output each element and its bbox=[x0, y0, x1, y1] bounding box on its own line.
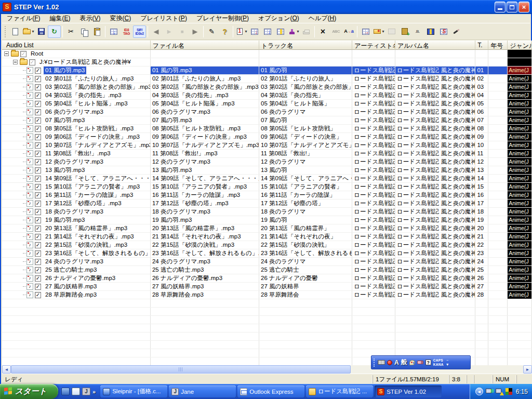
track-row[interactable]: ♪✓04 第03話「炎の指先」.mp304 第03話「炎の指先」.mp304 第… bbox=[2, 91, 532, 100]
track-row[interactable]: ♪✓05 第04話「ヒルト陥落」.mp305 第04話「ヒルト陥落」.mp305… bbox=[2, 100, 532, 108]
copy-down-button[interactable]: ↓ bbox=[248, 25, 261, 38]
track-checkbox[interactable]: ✓ bbox=[35, 84, 41, 90]
task-button[interactable]: Outlook Express bbox=[237, 385, 304, 397]
track-checkbox[interactable]: ✓ bbox=[35, 109, 41, 115]
sort-button[interactable]: S bbox=[437, 25, 450, 38]
track-checkbox[interactable]: ✓ bbox=[35, 225, 41, 232]
root-checkbox[interactable]: ✓ bbox=[20, 51, 26, 57]
track-row[interactable]: ♪✓11 第08話「救出!」.mp311 第08話「救出!」.mp311 第08… bbox=[2, 150, 532, 158]
empty-row[interactable] bbox=[2, 316, 532, 324]
track-row[interactable]: ♪✓08 第05話「ヒルト攻防戦」.mp308 第05話「ヒルト攻防戦」.mp3… bbox=[2, 125, 532, 133]
track-row[interactable]: ♪✓21 第14話「それぞれの夜」.mp321 第14話「それぞれの夜」.mp3… bbox=[2, 233, 532, 241]
track-checkbox[interactable]: ✓ bbox=[35, 68, 41, 74]
track-row[interactable]: ♪✓03 第02話「風の部族と炎の部族」.mp303 第02話「風の部族と炎の部… bbox=[2, 83, 532, 91]
menu-item-f[interactable]: ファイル(F) bbox=[2, 14, 45, 23]
track-checkbox[interactable]: ✓ bbox=[35, 250, 41, 257]
ime-help-icon[interactable]: ? bbox=[425, 360, 431, 365]
track-row[interactable]: ♪✓20 第13話「風の精霊界」.mp320 第13話「風の精霊界」.mp320… bbox=[2, 224, 532, 233]
ime-minimize-button[interactable]: − bbox=[446, 358, 448, 363]
track-checkbox[interactable]: ✓ bbox=[35, 176, 41, 182]
close-button[interactable]: × bbox=[518, 2, 529, 12]
numbering-button[interactable]: 1▾ bbox=[235, 25, 248, 38]
dropdown-arrow-icon[interactable]: ▾ bbox=[245, 29, 247, 34]
track-row[interactable]: ♪✓09 第06話「ディードの決意」.mp309 第06話「ディードの決意」.m… bbox=[2, 133, 532, 141]
delete-button[interactable]: × bbox=[316, 25, 329, 38]
ime-input-mode[interactable]: 般 bbox=[401, 358, 407, 367]
scroll-left-button[interactable]: ◄ bbox=[2, 365, 11, 374]
menu-item-c[interactable]: 変換(C) bbox=[105, 14, 136, 23]
track-list[interactable]: ✓Root✓J:¥ロードス島戦記 風と炎の魔神¥♪✓01 風の羽.mp301 風… bbox=[2, 50, 532, 365]
track-checkbox[interactable]: ✓ bbox=[35, 126, 41, 132]
empty-row[interactable] bbox=[2, 299, 532, 308]
restore-button[interactable] bbox=[507, 2, 517, 12]
track-checkbox[interactable]: ✓ bbox=[35, 134, 41, 140]
case-convert-button[interactable]: A→a bbox=[342, 25, 355, 38]
empty-row[interactable] bbox=[2, 308, 532, 316]
track-checkbox[interactable]: ✓ bbox=[35, 242, 41, 248]
jane-quick-icon[interactable]: J bbox=[82, 388, 90, 395]
paste-add-button[interactable]: + bbox=[398, 25, 411, 38]
empty-row[interactable] bbox=[2, 332, 532, 341]
track-checkbox[interactable]: ✓ bbox=[35, 167, 41, 174]
ime-kana-button[interactable]: KANA bbox=[433, 363, 444, 367]
fill-column-button[interactable] bbox=[274, 25, 287, 38]
track-row[interactable]: ♪✓23 第16話「そして、解放されるもの」.mp323 第16話「そして、解放… bbox=[2, 249, 532, 258]
minimize-button[interactable] bbox=[495, 2, 506, 12]
keyboard-icon[interactable] bbox=[378, 360, 385, 365]
track-row[interactable]: ♪✓01 風の羽.mp301 風の羽.mp301 風の羽ロードス島戦記ロードス島… bbox=[2, 66, 532, 75]
task-button[interactable]: SSTEP Ver 1.02 bbox=[375, 385, 442, 397]
ime-options-button[interactable]: ▼ bbox=[446, 363, 449, 367]
load-tag-button[interactable]: ↓ bbox=[107, 25, 120, 38]
track-checkbox[interactable]: ✓ bbox=[35, 284, 41, 290]
column-header-album[interactable]: アルバム名 bbox=[395, 41, 475, 50]
track-row[interactable]: ♪✓12 炎のラグリマ.mp312 炎のラグリマ.mp312 炎のラグリマロード… bbox=[2, 158, 532, 166]
ime-input-letter[interactable]: A bbox=[394, 359, 399, 366]
folder-checkbox[interactable]: ✓ bbox=[29, 59, 35, 65]
ime-tools-icon[interactable] bbox=[417, 361, 423, 364]
track-checkbox[interactable]: ✓ bbox=[35, 117, 41, 124]
track-row[interactable]: ♪✓13 風の羽.mp313 風の羽.mp313 風の羽ロードス島戦記ロードス島… bbox=[2, 166, 532, 175]
tray-chevron-icon[interactable]: ◄ bbox=[475, 388, 483, 395]
dropdown-arrow-icon[interactable]: ▾ bbox=[297, 29, 299, 34]
track-row[interactable]: ♪✓15 第10話「アラニアの賢者」.mp315 第10話「アラニアの賢者」.m… bbox=[2, 183, 532, 191]
mail-icon[interactable] bbox=[72, 388, 80, 395]
reload-button[interactable]: ↻ bbox=[48, 25, 61, 38]
track-checkbox[interactable]: ✓ bbox=[35, 292, 41, 298]
bulk-edit-button[interactable]: .B. bbox=[411, 25, 424, 38]
ime-pad-icon[interactable] bbox=[387, 360, 392, 365]
track-checkbox[interactable]: ✓ bbox=[35, 267, 41, 273]
menu-item-p[interactable]: プレイヤー制御(P) bbox=[192, 14, 254, 23]
ime-language-bar[interactable]: A 般 ? CAPS KANA − ▼ bbox=[371, 355, 471, 369]
track-checkbox[interactable]: ✓ bbox=[35, 192, 41, 198]
task-button[interactable]: ロードス島戦記 ... bbox=[306, 385, 373, 397]
quick-launch-more-icon[interactable]: » bbox=[92, 389, 96, 395]
paste-button[interactable] bbox=[90, 25, 103, 38]
column-header-artist[interactable]: アーティスト名 bbox=[352, 41, 395, 50]
menu-item-o[interactable]: オプション(O) bbox=[254, 14, 304, 23]
task-button[interactable]: JJane bbox=[169, 385, 236, 397]
column-header-trackno[interactable]: T. bbox=[475, 41, 488, 50]
track-checkbox[interactable]: ✓ bbox=[35, 234, 41, 240]
track-checkbox[interactable]: ✓ bbox=[35, 92, 41, 99]
track-row[interactable]: ♪✓07 風の羽.mp307 風の羽.mp307 風の羽ロードス島戦記ロードス島… bbox=[2, 116, 532, 125]
dropdown-arrow-icon[interactable]: ▾ bbox=[32, 29, 34, 34]
tree-collapse-icon[interactable] bbox=[13, 60, 18, 64]
track-checkbox[interactable]: ✓ bbox=[35, 184, 41, 190]
connection-warning-icon[interactable] bbox=[496, 389, 503, 395]
column-header-audiolist[interactable]: Audio List bbox=[2, 41, 151, 50]
track-checkbox[interactable]: ✓ bbox=[35, 76, 41, 82]
ime-palette-icon[interactable] bbox=[409, 360, 415, 365]
track-checkbox[interactable]: ✓ bbox=[35, 159, 41, 165]
rename-button[interactable]: *▾ bbox=[372, 25, 385, 38]
track-row[interactable]: ♪✓10 第07話「ナルディアとアズモ」.mp310 第07話「ナルディアとアズ… bbox=[2, 141, 532, 150]
tree-collapse-icon[interactable] bbox=[4, 51, 9, 56]
track-row[interactable]: ♪✓28 草原舞踏会.mp328 草原舞踏会.mp328 草原舞踏会ロードス島戦… bbox=[2, 291, 532, 299]
menu-item-p[interactable]: プレイリスト(P) bbox=[136, 14, 192, 23]
title-bar[interactable]: S STEP Ver 1.02 × bbox=[0, 0, 532, 14]
ime-drag-handle[interactable] bbox=[374, 358, 376, 367]
track-row[interactable]: ♪✓25 逃亡の騎士.mp325 逃亡の騎士.mp325 逃亡の騎士ロードス島戦… bbox=[2, 266, 532, 274]
copy-right-button[interactable]: → bbox=[359, 25, 372, 38]
stamp-button[interactable]: ▾ bbox=[287, 25, 300, 38]
column-header-filename[interactable]: ファイル名 bbox=[151, 41, 259, 50]
cut-button[interactable]: ✂ bbox=[64, 25, 77, 38]
